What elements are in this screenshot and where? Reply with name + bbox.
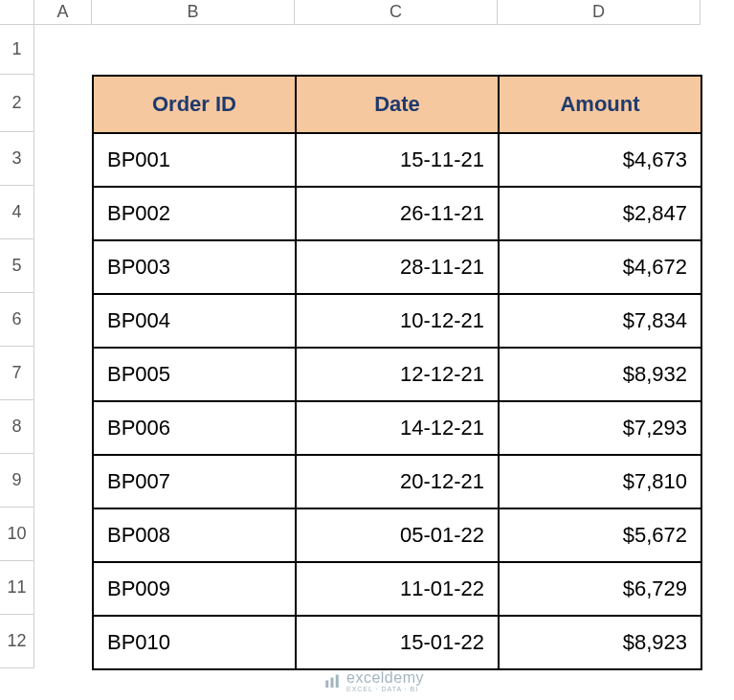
table-row: BP005 12-12-21 $8,932 xyxy=(93,348,701,401)
cell-date[interactable]: 10-12-21 xyxy=(296,294,499,348)
row-header-7[interactable]: 7 xyxy=(0,347,34,400)
column-header-row: A B C D xyxy=(0,0,734,25)
table-row: BP010 15-01-22 $8,923 xyxy=(93,616,701,669)
cell-order-id[interactable]: BP002 xyxy=(93,187,296,240)
cell-order-id[interactable]: BP006 xyxy=(93,401,296,455)
row-header-9[interactable]: 9 xyxy=(0,454,34,508)
column-header-A[interactable]: A xyxy=(34,0,92,25)
watermark: exceldemy EXCEL · DATA · BI xyxy=(323,670,424,692)
table-row: BP006 14-12-21 $7,293 xyxy=(93,401,701,455)
cell-order-id[interactable]: BP010 xyxy=(93,616,296,669)
table-row: BP001 15-11-21 $4,673 xyxy=(93,133,701,187)
watermark-sub: EXCEL · DATA · BI xyxy=(346,686,424,692)
cell-date[interactable]: 15-01-22 xyxy=(296,616,499,669)
row-header-6[interactable]: 6 xyxy=(0,293,34,347)
cell-date[interactable]: 14-12-21 xyxy=(296,401,499,455)
svg-rect-1 xyxy=(331,677,334,688)
row-header-1[interactable]: 1 xyxy=(0,25,34,75)
column-header-C[interactable]: C xyxy=(295,0,498,25)
cell-order-id[interactable]: BP003 xyxy=(93,240,296,294)
cell-amount[interactable]: $8,932 xyxy=(499,348,701,401)
row-header-column: 1 2 3 4 5 6 7 8 9 10 11 12 xyxy=(0,25,34,700)
cell-date[interactable]: 12-12-21 xyxy=(296,348,499,401)
watermark-main: exceldemy xyxy=(346,670,424,686)
cell-order-id[interactable]: BP004 xyxy=(93,294,296,348)
row-header-2[interactable]: 2 xyxy=(0,75,34,132)
cell-date[interactable]: 28-11-21 xyxy=(296,240,499,294)
table-row: BP008 05-01-22 $5,672 xyxy=(93,508,701,562)
row-header-10[interactable]: 10 xyxy=(0,508,34,561)
table-header-row: Order ID Date Amount xyxy=(93,76,701,133)
header-date[interactable]: Date xyxy=(296,76,499,133)
cell-amount[interactable]: $7,293 xyxy=(499,401,701,455)
table-row: BP003 28-11-21 $4,672 xyxy=(93,240,701,294)
column-header-B[interactable]: B xyxy=(92,0,295,25)
cell-order-id[interactable]: BP005 xyxy=(93,348,296,401)
column-header-D[interactable]: D xyxy=(498,0,701,25)
row-header-4[interactable]: 4 xyxy=(0,186,34,239)
row-header-3[interactable]: 3 xyxy=(0,132,34,186)
cell-order-id[interactable]: BP008 xyxy=(93,508,296,562)
cell-date[interactable]: 15-11-21 xyxy=(296,133,499,187)
cell-order-id[interactable]: BP001 xyxy=(93,133,296,187)
cell-order-id[interactable]: BP007 xyxy=(93,455,296,508)
cells-area[interactable]: Order ID Date Amount BP001 15-11-21 $4,6… xyxy=(34,25,734,700)
header-amount[interactable]: Amount xyxy=(499,76,701,133)
cell-amount[interactable]: $2,847 xyxy=(499,187,701,240)
table-row: BP002 26-11-21 $2,847 xyxy=(93,187,701,240)
cell-date[interactable]: 26-11-21 xyxy=(296,187,499,240)
data-table: Order ID Date Amount BP001 15-11-21 $4,6… xyxy=(92,75,702,670)
cell-amount[interactable]: $7,810 xyxy=(499,455,701,508)
header-order-id[interactable]: Order ID xyxy=(93,76,296,133)
cell-order-id[interactable]: BP009 xyxy=(93,562,296,616)
row-header-5[interactable]: 5 xyxy=(0,239,34,293)
spreadsheet: A B C D 1 2 3 4 5 6 7 8 9 10 11 12 Order… xyxy=(0,0,734,700)
cell-amount[interactable]: $6,729 xyxy=(499,562,701,616)
row-header-12[interactable]: 12 xyxy=(0,615,34,668)
body-area: 1 2 3 4 5 6 7 8 9 10 11 12 Order ID Date… xyxy=(0,25,734,700)
cell-amount[interactable]: $8,923 xyxy=(499,616,701,669)
watermark-icon xyxy=(323,673,341,690)
table-row: BP009 11-01-22 $6,729 xyxy=(93,562,701,616)
watermark-text: exceldemy EXCEL · DATA · BI xyxy=(346,670,424,692)
svg-rect-0 xyxy=(325,680,328,688)
cell-amount[interactable]: $7,834 xyxy=(499,294,701,348)
cell-date[interactable]: 11-01-22 xyxy=(296,562,499,616)
cell-amount[interactable]: $4,673 xyxy=(499,133,701,187)
table-row: BP004 10-12-21 $7,834 xyxy=(93,294,701,348)
svg-rect-2 xyxy=(336,674,339,688)
cell-amount[interactable]: $5,672 xyxy=(499,508,701,562)
row-header-11[interactable]: 11 xyxy=(0,561,34,615)
table-row: BP007 20-12-21 $7,810 xyxy=(93,455,701,508)
cell-amount[interactable]: $4,672 xyxy=(499,240,701,294)
row-header-8[interactable]: 8 xyxy=(0,400,34,454)
cell-date[interactable]: 20-12-21 xyxy=(296,455,499,508)
cell-date[interactable]: 05-01-22 xyxy=(296,508,499,562)
select-all-corner[interactable] xyxy=(0,0,34,25)
